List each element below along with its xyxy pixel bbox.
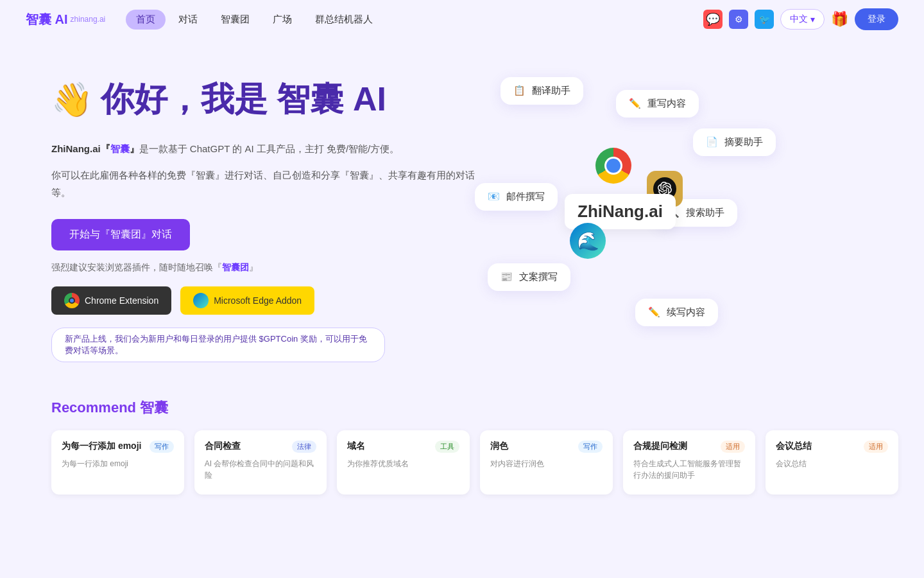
brand-edge-icon: 🌊 [570,223,606,259]
rec-card-header: 合规提问检测 适用 [633,441,746,453]
logo-text: 智囊 AI [26,11,68,28]
rec-card-title: 为每一行添加 emoji [62,441,141,452]
twitter-icon[interactable]: 🐦 [755,10,774,29]
rec-card-desc: 符合生成式人工智能服务管理暂行办法的援问助手 [633,458,746,481]
nav-link-robot[interactable]: 群总结机器人 [305,10,383,30]
recommend-card-1[interactable]: 合同检查 法律 AI 会帮你检查合同中的问题和风险 [194,430,327,495]
recommend-section: Recommend 智囊 为每一行添加 emoji 写作 为每一行添加 emoj… [0,385,924,520]
language-button[interactable]: 中文 ▾ [780,9,825,30]
chrome-icon [64,293,80,308]
rec-card-tag: 适用 [864,441,888,453]
rec-card-desc: 会议总结 [776,458,888,469]
hero-recommend-text: 强烈建议安装浏览器插件，随时随地召唤『智囊团』 [51,262,475,274]
rewrite-emoji: ✏️ [629,98,641,109]
login-button[interactable]: 登录 [855,8,898,30]
cta-button[interactable]: 开始与『智囊团』对话 [51,219,190,250]
email-label: 邮件撰写 [506,191,545,202]
chrome-ext-label: Chrome Extension [85,295,158,306]
lang-label: 中文 [790,13,808,25]
card-email[interactable]: 📧 邮件撰写 [475,183,558,211]
nav-link-plaza[interactable]: 广场 [262,10,302,30]
rec-card-desc: AI 会帮你检查合同中的问题和风险 [205,458,317,481]
discord-icon[interactable]: ⚙ [729,10,748,29]
rec-card-tag: 法律 [292,441,316,453]
rewrite-label: 重写内容 [647,98,686,109]
nav-links: 首页 对话 智囊团 广场 群总结机器人 [126,10,703,30]
rec-card-desc: 为你推荐优质域名 [347,458,459,469]
nav-right: 💬 ⚙ 🐦 中文 ▾ 🎁 登录 [703,8,898,30]
card-translate[interactable]: 📋 翻译助手 [501,77,583,105]
hero-left: 👋 你好，我是 智囊 AI ZhiNang.ai『智囊』是一款基于 ChatGP… [51,64,475,362]
navbar: 智囊 AI zhinang.ai 首页 对话 智囊团 广场 群总结机器人 💬 ⚙… [0,0,924,39]
wave-emoji: 👋 [51,80,93,119]
rec-card-tag: 写作 [578,441,603,453]
chevron-down-icon: ▾ [810,14,815,24]
message-icon[interactable]: 💬 [703,10,723,29]
hero-right: 📋 翻译助手 ✏️ 重写内容 📄 摘要助手 📧 邮件撰写 🔍 搜索助手 📰 文案… [475,64,898,372]
recommend-cards-row: 为每一行添加 emoji 写作 为每一行添加 emoji 合同检查 法律 AI … [51,430,898,495]
recommend-card-4[interactable]: 合规提问检测 适用 符合生成式人工智能服务管理暂行办法的援问助手 [623,430,756,495]
recommend-title: Recommend 智囊 [51,398,898,417]
extension-buttons: Chrome Extension Microsoft Edge Addon [51,286,475,315]
translate-emoji: 📋 [513,85,526,96]
hero-title: 👋 你好，我是 智囊 AI [51,77,475,122]
rec-card-title: 合规提问检测 [633,441,687,452]
rec-card-header: 润色 写作 [490,441,603,453]
brand-chrome-icon [595,148,631,184]
summary-emoji: 📄 [706,136,718,147]
notice-bar: 新产品上线，我们会为新用户和每日登录的用户提供 $GPTCoin 奖励，可以用于… [51,328,385,362]
card-rewrite[interactable]: ✏️ 重写内容 [616,90,699,118]
nav-link-zhihuang[interactable]: 智囊团 [210,10,260,30]
edge-addon-label: Microsoft Edge Addon [214,295,302,306]
rec-card-tag: 工具 [435,441,459,453]
recommend-card-2[interactable]: 域名 工具 为你推荐优质域名 [337,430,470,495]
nav-link-home[interactable]: 首页 [126,10,166,30]
edge-icon [193,293,209,308]
rec-card-title: 域名 [347,441,365,452]
hero-cta: 开始与『智囊团』对话 [51,219,475,250]
logo[interactable]: 智囊 AI zhinang.ai [26,11,105,28]
email-emoji: 📧 [488,191,500,202]
rec-card-header: 域名 工具 [347,441,459,453]
edge-addon-button[interactable]: Microsoft Edge Addon [180,286,314,315]
recommend-card-5[interactable]: 会议总结 适用 会议总结 [766,430,898,495]
continue-label: 续写内容 [667,306,705,317]
brand-name-inline: ZhiNang.ai『智囊』 [51,143,139,154]
card-summary[interactable]: 📄 摘要助手 [693,128,776,156]
gift-icon[interactable]: 🎁 [831,11,848,28]
search-label: 搜索助手 [686,207,724,218]
hero-section: 👋 你好，我是 智囊 AI ZhiNang.ai『智囊』是一款基于 ChatGP… [0,39,924,385]
copy-emoji: 📰 [501,271,513,282]
rec-card-tag: 适用 [721,441,745,453]
copy-label: 文案撰写 [519,271,558,282]
hero-title-text: 你好，我是 智囊 AI [101,77,386,122]
summary-label: 摘要助手 [724,136,763,147]
rec-card-header: 合同检查 法律 [205,441,317,453]
chrome-extension-button[interactable]: Chrome Extension [51,286,171,315]
rec-card-header: 为每一行添加 emoji 写作 [62,441,174,453]
rec-card-desc: 对内容进行润色 [490,458,603,469]
recommend-card-0[interactable]: 为每一行添加 emoji 写作 为每一行添加 emoji [51,430,184,495]
nav-link-dialog[interactable]: 对话 [168,10,208,30]
hero-desc-2: 你可以在此雇佣各种各样的免费『智囊』进行对话、自己创造和分享『智囊』、共享有趣有… [51,166,475,201]
rec-card-header: 会议总结 适用 [776,441,888,453]
rec-card-title: 会议总结 [776,441,812,452]
rec-card-title: 合同检查 [205,441,241,452]
hero-desc-1: ZhiNang.ai『智囊』是一款基于 ChatGPT 的 AI 工具产品，主打… [51,140,475,157]
logo-sub: zhinang.ai [71,15,106,24]
brand-center: ZhiNang.ai 🌊 [558,148,669,310]
translate-label: 翻译助手 [532,85,570,96]
rec-card-tag: 写作 [150,441,174,453]
notice-text: 新产品上线，我们会为新用户和每日登录的用户提供 $GPTCoin 奖励，可以用于… [65,334,367,355]
rec-card-title: 润色 [490,441,508,452]
rec-card-desc: 为每一行添加 emoji [62,458,174,469]
recommend-card-3[interactable]: 润色 写作 对内容进行润色 [480,430,613,495]
